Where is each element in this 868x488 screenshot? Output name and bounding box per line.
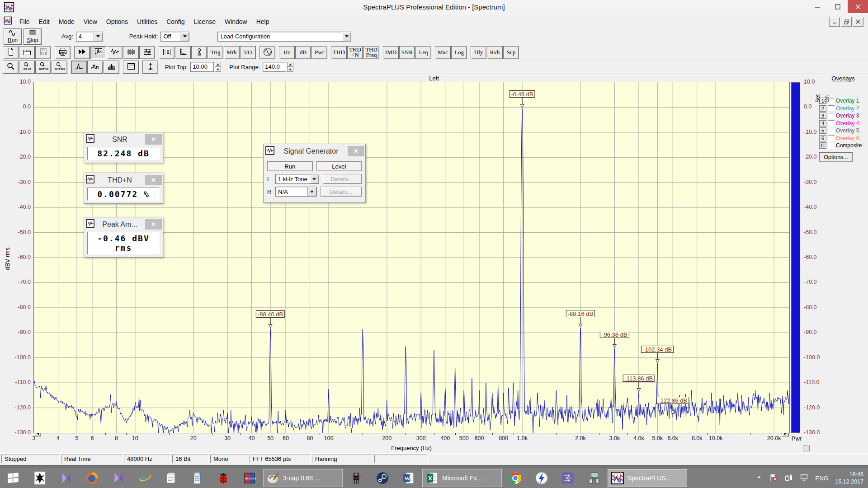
tray-expand-arrow-icon[interactable]: [756, 474, 762, 482]
blocks-app[interactable]: BLOCKS: [237, 469, 262, 487]
network-icon[interactable]: [800, 473, 808, 483]
thd-freq-button[interactable]: THD Freq: [363, 46, 379, 59]
stop-button[interactable]: Stop: [24, 28, 42, 45]
io-device-button[interactable]: I/O: [240, 46, 256, 59]
minimize-button[interactable]: [807, 0, 827, 13]
zoom-in-2x-button[interactable]: IN 2X: [19, 61, 35, 74]
overlay-set-button-5[interactable]: 5: [819, 127, 826, 134]
overlay-set-button-4[interactable]: 4: [819, 120, 826, 127]
menu-utilities[interactable]: Utilities: [132, 17, 162, 27]
save-file-button[interactable]: [35, 46, 51, 59]
overlay-on-checkbox-6[interactable]: [828, 135, 835, 141]
plot-range-down-arrow[interactable]: [287, 67, 293, 72]
spectrogram-view-button[interactable]: [123, 46, 139, 59]
control-panel-button[interactable]: [159, 46, 175, 59]
scaling-button[interactable]: [175, 46, 191, 59]
thd-button[interactable]: THD: [331, 46, 347, 59]
markers-button[interactable]: Mrk: [224, 46, 240, 59]
close-icon[interactable]: ✕: [145, 175, 162, 185]
right-details-button[interactable]: Details...: [321, 187, 362, 197]
calculator-app[interactable]: [184, 469, 210, 487]
overlay-set-button-6[interactable]: 6: [819, 135, 826, 141]
macro-button[interactable]: Mac: [435, 46, 451, 59]
action-center-flag-icon[interactable]: [769, 473, 778, 483]
dropdown-arrow-icon[interactable]: [180, 32, 189, 41]
open-file-button[interactable]: [19, 46, 35, 59]
right-signal-select[interactable]: N/A: [275, 187, 317, 197]
menu-license[interactable]: License: [189, 17, 220, 27]
close-icon[interactable]: ✕: [145, 134, 162, 145]
dropdown-arrow-icon[interactable]: [310, 174, 319, 183]
steam-app[interactable]: [370, 469, 395, 487]
mdi-restore-button[interactable]: [841, 17, 852, 27]
mdi-minimize-button[interactable]: [829, 17, 840, 27]
mtg-planeswalker-app[interactable]: [27, 469, 52, 487]
bar-plot-style-button[interactable]: [104, 61, 119, 74]
menu-file[interactable]: File: [15, 17, 34, 27]
leq-button[interactable]: Leq: [415, 46, 431, 59]
menu-mode[interactable]: Mode: [54, 17, 79, 27]
maximize-button[interactable]: [827, 0, 848, 13]
spectraplus-window[interactable]: SpectraPLUS...: [608, 469, 687, 487]
run-button[interactable]: Run: [4, 28, 22, 45]
overlay-set-button-2[interactable]: 2: [819, 105, 826, 112]
plot-range-up-arrow[interactable]: [287, 62, 293, 67]
firefox-app[interactable]: [80, 469, 105, 487]
menu-help[interactable]: Help: [252, 17, 274, 27]
thd-plus-n-button[interactable]: THD +N: [347, 46, 363, 59]
reverb-button[interactable]: Rvb: [487, 46, 503, 59]
surface-view-button[interactable]: [139, 46, 155, 59]
calibration-button[interactable]: [191, 46, 207, 59]
print-button[interactable]: [55, 46, 71, 59]
power-plug-icon[interactable]: [784, 473, 793, 483]
kmplayer-app-2[interactable]: [106, 469, 131, 487]
scope-button[interactable]: Scp: [503, 46, 519, 59]
spectrum-view-button[interactable]: [90, 46, 106, 59]
zoom-out-full-button[interactable]: OUT FULL: [52, 61, 67, 74]
chrome-app[interactable]: [503, 469, 528, 487]
plot-top-up-arrow[interactable]: [215, 62, 221, 67]
language-indicator[interactable]: ENG: [815, 475, 828, 482]
excel-window[interactable]: XMicrosoft Ex...: [422, 469, 502, 487]
power-meter-mini-button[interactable]: -: [803, 446, 810, 451]
transistor-app[interactable]: [344, 469, 369, 487]
close-button[interactable]: [848, 0, 868, 13]
peak-hold-select[interactable]: Off: [160, 32, 189, 42]
signal-generator-button[interactable]: [259, 46, 275, 59]
word-app[interactable]: W: [396, 469, 421, 487]
close-icon[interactable]: ✕: [348, 146, 364, 156]
overlay-set-button-3[interactable]: 3: [819, 113, 826, 119]
internet-explorer-app[interactable]: e: [132, 469, 157, 487]
delay-button[interactable]: Dly: [471, 46, 486, 59]
menu-config[interactable]: Config: [162, 17, 189, 27]
menu-window[interactable]: Window: [220, 17, 252, 27]
dropdown-arrow-icon[interactable]: [307, 187, 316, 196]
paint-window[interactable]: 3-cap 0.68 ...: [263, 469, 343, 487]
overlay-set-button-c[interactable]: C: [819, 142, 826, 149]
overlay-on-checkbox-4[interactable]: [828, 120, 835, 126]
overlays-options-button[interactable]: Options...: [819, 152, 853, 162]
mdi-close-button[interactable]: [853, 17, 863, 27]
close-icon[interactable]: ✕: [145, 219, 162, 230]
amplitude-range-button[interactable]: [142, 61, 158, 74]
new-file-button[interactable]: [3, 46, 19, 59]
menu-edit[interactable]: Edit: [34, 17, 54, 27]
logging-button[interactable]: Log: [451, 46, 467, 59]
notepad-app[interactable]: [158, 469, 184, 487]
dropdown-arrow-icon[interactable]: [342, 32, 351, 41]
menu-view[interactable]: View: [79, 17, 102, 27]
power-units-button[interactable]: Pwr: [311, 46, 327, 59]
generator-level-button[interactable]: Level: [316, 161, 362, 171]
overlay-on-checkbox-5[interactable]: [828, 128, 835, 134]
menu-options[interactable]: Options: [102, 17, 132, 27]
left-details-button[interactable]: Details...: [323, 174, 362, 184]
generator-run-button[interactable]: Run: [267, 161, 313, 171]
avg-select[interactable]: 4: [76, 32, 103, 42]
start-button[interactable]: [1, 469, 26, 487]
step-plot-style-button[interactable]: [87, 61, 103, 74]
clock[interactable]: 18:4615.12.2017: [835, 471, 863, 485]
time-series-view-button[interactable]: [107, 46, 123, 59]
circuit-app[interactable]: [555, 469, 580, 487]
imd-button[interactable]: IMD: [383, 46, 399, 59]
post-process-button[interactable]: [74, 46, 90, 59]
